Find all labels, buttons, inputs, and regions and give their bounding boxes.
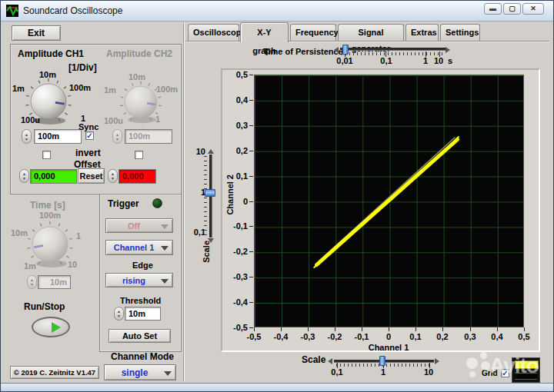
ch2-amplitude-value[interactable]: 100m xyxy=(125,129,172,144)
ch2-offset-value[interactable]: 0,000 xyxy=(118,169,156,184)
channel-mode-dropdown[interactable]: single xyxy=(104,364,176,380)
ch2-offset-stepper[interactable]: ▲▼ xyxy=(108,169,118,183)
tab-signal-generator[interactable]: Signal generator xyxy=(338,24,404,42)
invert-label: invert xyxy=(75,148,101,158)
ch2-amplitude-stepper[interactable]: ▲▼ xyxy=(112,129,122,144)
yscale-tick-10: 10 xyxy=(192,147,205,156)
time-stepper[interactable]: ▲▼ xyxy=(27,275,37,289)
trigger-mode-dropdown[interactable]: Off xyxy=(105,218,173,233)
xscale-slider-handle[interactable] xyxy=(379,356,385,366)
auto-set-button[interactable]: Auto Set xyxy=(108,329,171,343)
ch2-trace-swatch xyxy=(515,370,537,380)
threshold-stepper[interactable]: ▲▼ xyxy=(114,307,124,321)
channel-mode-value: single xyxy=(105,365,165,380)
ch1-offset-value[interactable]: 0,000 xyxy=(30,169,77,184)
ch1-amplitude-value[interactable]: 100m xyxy=(34,129,82,144)
ch1-offset-stepper[interactable]: ▲▼ xyxy=(19,169,29,183)
channel-mode-label: Channel Mode xyxy=(111,351,174,362)
window-bottom-frame xyxy=(1,383,554,392)
xscale-arrow-left[interactable] xyxy=(328,358,332,364)
watermark-logo-circle xyxy=(466,357,478,369)
y-tick: 0,1 xyxy=(225,171,248,181)
y-tick: 0,3 xyxy=(225,121,248,130)
tab-settings[interactable]: Settings xyxy=(440,24,480,42)
tab-xy-graph[interactable]: X-Y graph xyxy=(240,22,289,42)
sync-checkbox[interactable]: ✓ xyxy=(85,131,94,140)
title-bar[interactable]: Soundcard Oscilloscope ▬ ▢ ✕ xyxy=(1,1,553,22)
yscale-label: Scale xyxy=(202,241,211,263)
trigger-source-dropdown[interactable]: Channel 1 xyxy=(105,240,173,255)
chevron-down-icon xyxy=(161,224,169,229)
window-title: Soundcard Oscilloscope xyxy=(23,5,122,16)
ch1-invert-checkbox[interactable] xyxy=(42,151,51,159)
y-tick: 0 xyxy=(225,197,248,206)
persistence-arrow-right[interactable] xyxy=(446,47,450,53)
ch2-knob-tick-10m: 10m xyxy=(128,72,145,81)
ch1-knob-tick-1m: 1m xyxy=(12,84,25,93)
ch2-knob-tick-100u: 100u xyxy=(104,116,123,125)
time-tick-100m: 100m xyxy=(39,211,61,220)
y-tick: 0,5 xyxy=(225,70,248,79)
edge-label: Edge xyxy=(132,261,153,270)
x-tick: -0,1 xyxy=(349,332,375,341)
persistence-slider-handle[interactable] xyxy=(342,45,349,55)
x-tick: 0,3 xyxy=(457,332,483,341)
play-icon xyxy=(52,322,61,333)
chevron-down-icon xyxy=(164,371,172,376)
xscale-arrow-right[interactable] xyxy=(435,358,439,364)
time-tick-10m: 10m xyxy=(11,228,28,238)
copyright-button[interactable]: © 2019 C. Zeitnitz V1.47 xyxy=(10,366,99,379)
watermark-logo-circle xyxy=(469,371,476,377)
tab-frequency[interactable]: Frequency xyxy=(290,24,336,42)
persistence-tick-01: 0,1 xyxy=(375,56,398,65)
trigger-edge-dropdown[interactable]: rising xyxy=(105,273,173,287)
per-div-label: [1/Div] xyxy=(68,62,97,73)
grid-label: Grid xyxy=(482,369,498,377)
run-stop-button[interactable] xyxy=(32,317,70,337)
maximize-button[interactable]: ▢ xyxy=(503,3,521,15)
ch1-knob-tick-100m: 100m xyxy=(69,83,91,92)
xscale-tick-1: 1 xyxy=(372,367,395,377)
x-tick: 0,2 xyxy=(429,332,456,341)
ch2-knob-tick-1: 1 xyxy=(155,115,160,124)
ch1-amplitude-stepper[interactable]: ▲▼ xyxy=(22,129,32,144)
persistence-slider-track[interactable] xyxy=(340,48,446,51)
amplitude-ch2-title: Amplitude CH2 xyxy=(106,48,172,59)
close-button[interactable]: ✕ xyxy=(522,3,544,15)
ch1-knob-tick-10m: 10m xyxy=(39,70,56,79)
x-tick: -0,3 xyxy=(295,332,321,341)
tab-oscilloscope[interactable]: Oscilloscope xyxy=(188,24,239,42)
persistence-tick-001: 0,01 xyxy=(333,56,356,65)
offset-reset-button[interactable]: Reset xyxy=(78,168,105,184)
trigger-edge-value: rising xyxy=(106,274,162,287)
app-icon xyxy=(6,5,18,17)
y-tick: -0,4 xyxy=(225,297,248,307)
yscale-slider-handle[interactable] xyxy=(205,189,215,197)
grid-checkbox[interactable]: ✓ xyxy=(501,369,509,377)
x-tick: -0,2 xyxy=(322,332,348,341)
x-tick: 0,5 xyxy=(511,332,537,341)
y-tick: -0,3 xyxy=(225,272,248,281)
tab-extras[interactable]: Extras xyxy=(405,24,439,42)
y-tick: -0,5 xyxy=(225,323,248,332)
time-tick-10: 10 xyxy=(68,260,77,269)
xy-plot-area xyxy=(254,75,524,327)
app-window: Soundcard Oscilloscope ▬ ▢ ✕ Exit Amplit… xyxy=(0,0,554,392)
y-tick: -0,2 xyxy=(225,247,248,256)
amplitude-ch1-title: Amplitude CH1 xyxy=(18,48,84,59)
persistence-unit: s xyxy=(446,56,455,65)
threshold-value[interactable]: 10m xyxy=(125,307,161,321)
panel-divider xyxy=(183,22,184,382)
y-tick: 0,2 xyxy=(225,146,248,155)
yscale-arrow-up[interactable] xyxy=(208,149,214,154)
trigger-source-value: Channel 1 xyxy=(106,241,162,254)
watermark-logo-circle xyxy=(480,352,487,359)
persistence-arrow-left[interactable] xyxy=(334,47,339,53)
x-tick: -0,4 xyxy=(268,332,294,341)
ch2-invert-checkbox[interactable] xyxy=(135,151,143,159)
exit-button[interactable]: Exit xyxy=(12,25,61,41)
trigger-mode-value: Off xyxy=(106,219,162,232)
time-value[interactable]: 10m xyxy=(38,275,71,289)
x-tick: -0,5 xyxy=(241,332,267,341)
minimize-button[interactable]: ▬ xyxy=(484,3,502,15)
